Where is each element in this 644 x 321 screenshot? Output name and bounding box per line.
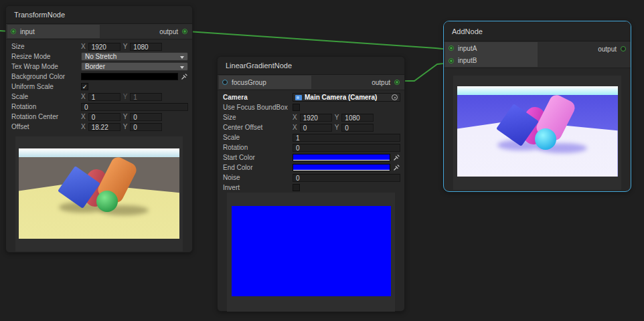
output-port-icon[interactable]: [621, 46, 626, 51]
use-focus-boundbox-checkbox[interactable]: [293, 104, 300, 111]
camera-object-field[interactable]: Main Camera (Camera): [293, 93, 400, 102]
use-focus-boundbox-label: Use Focus BoundBox: [223, 104, 293, 111]
tex-wrap-mode-value: Border: [85, 63, 105, 70]
transform-node-preview-panel: [15, 136, 183, 251]
transform-node[interactable]: TransformNode input output Size X 1920 Y: [5, 5, 193, 253]
scene-sky: [19, 148, 179, 157]
noise-row: Noise 0: [218, 173, 404, 183]
edge-gradient-output-to-add-inputB[interactable]: [399, 63, 449, 81]
y-axis-label: Y: [335, 114, 339, 121]
rotation-center-row: Rotation Center X 0 Y 0: [6, 112, 192, 122]
rotation-input[interactable]: 0: [293, 144, 400, 152]
output-port-label: output: [159, 28, 178, 35]
input-b-port[interactable]: inputB: [445, 55, 538, 68]
camera-label: Camera: [223, 94, 293, 101]
y-axis-label: Y: [123, 43, 128, 50]
size-x-input[interactable]: 1920: [88, 43, 120, 51]
linear-gradient-preview-panel: [227, 193, 395, 312]
transform-node-inspector: Size X 1920 Y 1080 Resize Mode No Stretc…: [6, 39, 192, 132]
invert-checkbox[interactable]: [293, 184, 300, 191]
add-node-preview-image: [457, 86, 618, 177]
add-node-input-ports: inputA inputB: [445, 42, 538, 67]
offset-y-input[interactable]: 0: [130, 123, 162, 131]
scale-row: Scale X 1 Y 1: [6, 92, 192, 102]
size-label: Size: [223, 114, 293, 121]
y-axis-label: Y: [335, 124, 339, 131]
background-color-swatch[interactable]: [81, 73, 178, 80]
center-offset-x-input[interactable]: 0: [300, 124, 332, 132]
uniform-scale-checkbox[interactable]: ✓: [81, 83, 88, 90]
linear-gradient-preview-image: [232, 206, 391, 296]
input-a-port-label: inputA: [458, 45, 477, 52]
size-y-input[interactable]: 1080: [130, 43, 162, 51]
dropdown-arrow-icon: [180, 56, 184, 59]
rotation-row: Rotation 0: [218, 142, 404, 152]
start-color-swatch[interactable]: [293, 154, 390, 161]
output-port-icon[interactable]: [394, 80, 400, 85]
input-a-port-icon[interactable]: [449, 45, 454, 51]
focus-group-port-label: focusGroup: [232, 79, 266, 86]
object-picker-icon[interactable]: [392, 94, 398, 100]
linear-gradient-node-ports: focusGroup output: [218, 75, 404, 90]
add-node-title: AddNode: [444, 21, 631, 41]
eyedropper-icon[interactable]: [181, 73, 188, 80]
rotation-center-x-input[interactable]: 0: [88, 113, 120, 121]
center-offset-row: Center Offset X 0 Y 0: [218, 122, 404, 132]
invert-row: Invert: [218, 183, 404, 193]
start-color-row: Start Color: [218, 152, 404, 163]
x-axis-label: X: [293, 114, 297, 121]
linear-gradient-node[interactable]: LinearGradientNode focusGroup output Cam…: [217, 56, 405, 312]
size-row: Size X 1920 Y 1080: [6, 41, 192, 51]
output-port-icon[interactable]: [182, 29, 187, 34]
scale-input[interactable]: 1: [293, 134, 400, 142]
end-color-swatch[interactable]: [293, 164, 390, 171]
center-offset-y-input[interactable]: 0: [341, 124, 374, 132]
transform-node-title: TransformNode: [6, 6, 192, 24]
output-port-label: output: [372, 79, 390, 86]
transform-node-preview-image: [19, 148, 179, 239]
y-axis-label: Y: [123, 123, 128, 130]
x-axis-label: X: [293, 124, 297, 131]
sphere-shape: [535, 128, 556, 150]
scale-y-input: 1: [130, 93, 162, 101]
end-color-label: End Color: [223, 164, 293, 171]
add-node[interactable]: AddNode inputA inputB output: [443, 21, 631, 192]
transform-node-ports: input output: [6, 24, 192, 39]
edge-transform-output-to-add-inputA[interactable]: [188, 31, 449, 49]
linear-gradient-node-inspector: Camera Main Camera (Camera) Use Focus Bo…: [218, 90, 404, 193]
focus-group-port[interactable]: focusGroup: [219, 76, 311, 89]
use-focus-boundbox-row: Use Focus BoundBox: [218, 102, 404, 112]
y-axis-label: Y: [123, 113, 128, 120]
rotation-center-label: Rotation Center: [11, 113, 81, 120]
rotation-input[interactable]: 0: [81, 103, 188, 111]
y-axis-label: Y: [123, 93, 128, 100]
offset-x-input[interactable]: 18.22: [88, 123, 120, 131]
gradient-output-port[interactable]: output: [372, 76, 403, 89]
eyedropper-icon[interactable]: [393, 154, 400, 161]
end-color-row: End Color: [218, 163, 404, 173]
add-node-preview-panel: [453, 76, 621, 190]
scale-row: Scale 1: [218, 132, 404, 142]
rotation-label: Rotation: [11, 103, 81, 110]
focus-group-port-icon[interactable]: [222, 80, 228, 85]
input-a-port[interactable]: inputA: [445, 42, 538, 55]
x-axis-label: X: [81, 123, 86, 130]
size-y-input[interactable]: 1080: [341, 114, 374, 122]
x-axis-label: X: [81, 93, 86, 100]
rotation-center-y-input[interactable]: 0: [130, 113, 162, 121]
noise-input[interactable]: 0: [293, 174, 400, 182]
input-b-port-icon[interactable]: [449, 58, 454, 64]
node-graph-canvas[interactable]: TransformNode input output Size X 1920 Y: [0, 0, 644, 321]
offset-label: Offset: [11, 123, 81, 130]
scale-x-input[interactable]: 1: [88, 93, 120, 101]
transform-output-port[interactable]: output: [159, 25, 191, 38]
input-port-icon[interactable]: [11, 29, 16, 34]
transform-input-port[interactable]: input: [7, 25, 100, 38]
resize-mode-row: Resize Mode No Stretch: [6, 51, 192, 62]
size-x-input[interactable]: 1920: [300, 114, 332, 122]
size-label: Size: [11, 43, 81, 50]
resize-mode-dropdown[interactable]: No Stretch: [81, 52, 188, 61]
add-output-port[interactable]: output: [598, 42, 629, 56]
eyedropper-icon[interactable]: [393, 164, 400, 171]
tex-wrap-mode-dropdown[interactable]: Border: [81, 62, 188, 71]
